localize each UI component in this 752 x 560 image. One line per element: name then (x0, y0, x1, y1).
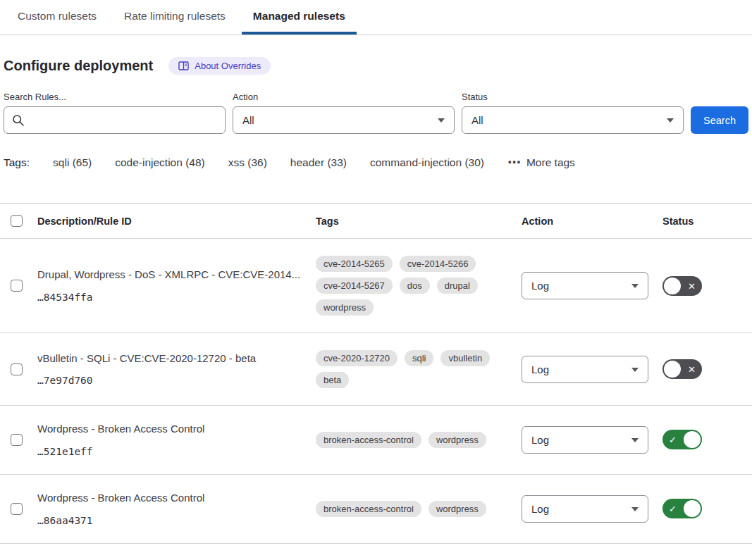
row-checkbox[interactable] (11, 434, 23, 446)
search-button[interactable]: Search (691, 106, 748, 134)
action-select[interactable]: Log (522, 426, 648, 454)
tag-pill: sqli (405, 350, 434, 366)
heading-row: Configure deployment About Overrides (4, 57, 752, 75)
toggle-state-icon: ✕ (688, 280, 696, 291)
row-checkbox[interactable] (11, 503, 23, 515)
book-icon (178, 61, 189, 70)
toggle-state-icon: ✓ (669, 504, 677, 514)
chevron-down-icon (631, 284, 639, 288)
more-tags-button[interactable]: ⋯ More tags (507, 156, 575, 169)
table-row: vBulletin - SQLi - CVE:CVE-2020-12720 - … (0, 333, 752, 406)
toggle-knob (684, 431, 701, 448)
action-select[interactable]: Log (522, 356, 648, 383)
action-filter-select[interactable]: All (233, 106, 455, 134)
toggle-knob (664, 278, 681, 294)
action-select[interactable]: Log (522, 272, 648, 299)
tab-managed-rulesets[interactable]: Managed rulesets (242, 10, 357, 35)
search-rules-label: Search Rules... (4, 92, 226, 102)
rule-tags: broken-access-controlwordpress (316, 501, 522, 517)
more-tags-label: More tags (526, 156, 575, 169)
about-overrides-badge[interactable]: About Overrides (168, 57, 271, 75)
row-checkbox[interactable] (11, 363, 23, 375)
chevron-down-icon (667, 118, 674, 123)
tab-bar: Custom rulesets Rate limiting rulesets M… (0, 0, 752, 35)
row-checkbox[interactable] (11, 280, 23, 292)
table-row: Drupal, Wordpress - DoS - XMLRPC - CVE:C… (0, 239, 752, 333)
rule-id: …86aa4371 (37, 515, 306, 526)
rule-cell: Drupal, Wordpress - DoS - XMLRPC - CVE:C… (37, 268, 316, 303)
status-toggle[interactable]: ✓ (662, 499, 702, 518)
table-body: Drupal, Wordpress - DoS - XMLRPC - CVE:C… (0, 239, 752, 544)
chevron-down-icon (631, 507, 639, 511)
tag-link-code-injection[interactable]: code-injection (48) (115, 156, 205, 169)
tag-pill: broken-access-control (316, 501, 421, 517)
column-header-action: Action (522, 216, 662, 227)
rule-id: …84534ffa (37, 292, 306, 303)
chevron-down-icon (438, 118, 445, 123)
tag-pill: cve-2020-12720 (316, 350, 397, 366)
rule-cell: Wordpress - Broken Access Control …86aa4… (37, 492, 316, 526)
rule-description: Drupal, Wordpress - DoS - XMLRPC - CVE:C… (37, 268, 306, 282)
status-filter-field: Status All (462, 92, 684, 134)
tag-pill: cve-2014-5266 (400, 256, 476, 272)
chevron-down-icon (631, 438, 639, 442)
tag-pill: dos (400, 278, 430, 294)
action-select-value: Log (531, 280, 549, 292)
rule-description: Wordpress - Broken Access Control (37, 423, 306, 436)
rule-description: Wordpress - Broken Access Control (37, 492, 306, 505)
tag-link-sqli[interactable]: sqli (65) (53, 156, 92, 169)
search-icon (12, 114, 25, 130)
select-all-checkbox[interactable] (11, 215, 23, 227)
tag-pill: wordpress (316, 299, 374, 316)
tag-pill: wordpress (429, 432, 486, 448)
tag-pill: beta (316, 372, 349, 388)
table-row: Wordpress - Broken Access Control …86aa4… (0, 475, 752, 544)
rule-tags: cve-2014-5265cve-2014-5266cve-2014-5267d… (316, 256, 522, 316)
rule-cell: vBulletin - SQLi - CVE:CVE-2020-12720 - … (37, 352, 316, 387)
column-header-description: Description/Rule ID (37, 216, 316, 227)
toggle-knob (684, 500, 701, 517)
toggle-knob (664, 361, 681, 378)
page-title: Configure deployment (4, 58, 153, 74)
search-input[interactable] (4, 107, 225, 133)
status-toggle[interactable]: ✓ (662, 430, 702, 449)
action-filter-value: All (242, 114, 254, 126)
status-filter-value: All (471, 114, 483, 126)
action-filter-label: Action (233, 92, 455, 102)
status-toggle[interactable]: ✕ (662, 276, 702, 296)
search-input-shell (4, 106, 226, 134)
tag-pill: drupal (437, 278, 478, 294)
column-header-tags: Tags (316, 216, 522, 227)
action-select-value: Log (531, 503, 549, 515)
tag-link-command-injection[interactable]: command-injection (30) (370, 156, 484, 169)
rule-id: …7e97d760 (37, 375, 306, 386)
tag-pill: broken-access-control (316, 432, 421, 448)
action-select-value: Log (531, 434, 549, 446)
action-select[interactable]: Log (522, 495, 648, 523)
rule-id: …521e1eff (37, 446, 306, 457)
status-filter-select[interactable]: All (462, 106, 684, 134)
rule-cell: Wordpress - Broken Access Control …521e1… (37, 423, 316, 457)
tags-bar: Tags: sqli (65) code-injection (48) xss … (4, 156, 752, 169)
action-filter-field: Action All (233, 92, 455, 134)
ellipsis-icon: ⋯ (507, 159, 521, 166)
chevron-down-icon (631, 368, 639, 372)
status-toggle[interactable]: ✕ (662, 359, 702, 379)
tag-pill: wordpress (429, 501, 486, 517)
column-header-status: Status (662, 216, 752, 227)
toggle-state-icon: ✓ (669, 435, 677, 445)
tab-rate-limiting-rulesets[interactable]: Rate limiting rulesets (113, 10, 237, 35)
tag-link-xss[interactable]: xss (36) (228, 156, 267, 169)
rule-tags: broken-access-controlwordpress (316, 432, 522, 448)
filter-row: Search Rules... Action All Status All Se… (4, 92, 748, 134)
rule-description: vBulletin - SQLi - CVE:CVE-2020-12720 - … (37, 352, 306, 366)
tags-bar-label: Tags: (4, 156, 30, 169)
search-field: Search Rules... (4, 92, 226, 134)
table-row: Wordpress - Broken Access Control …521e1… (0, 406, 752, 475)
tag-link-header[interactable]: header (33) (290, 156, 347, 169)
about-overrides-label: About Overrides (195, 61, 261, 71)
toggle-state-icon: ✕ (688, 364, 696, 375)
rules-table: Description/Rule ID Tags Action Status D… (0, 203, 752, 544)
tab-custom-rulesets[interactable]: Custom rulesets (6, 10, 108, 35)
rule-tags: cve-2020-12720sqlivbulletinbeta (316, 350, 522, 388)
